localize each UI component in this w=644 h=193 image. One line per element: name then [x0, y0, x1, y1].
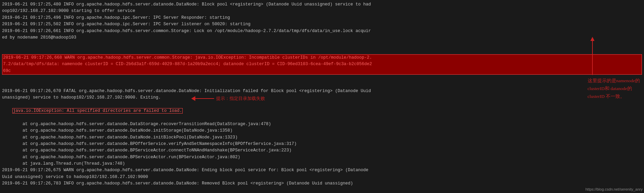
- log-line-13: at org.apache.hadoop.hdfs.server.datanod…: [2, 154, 642, 161]
- watermark: https://blog.csdn.net/serenity_anry: [585, 187, 643, 192]
- log-line-3: 2019-06-21 09:17:25,502 INFO org.apache.…: [2, 21, 642, 28]
- log-line-15: 2019-06-21 09:17:26,675 WARN org.apache.…: [2, 167, 642, 180]
- log-line-2: 2019-06-21 09:17:25,496 INFO org.apache.…: [2, 15, 642, 21]
- log-line-14: at java.lang.Thread.run(Thread.java:748): [2, 161, 642, 167]
- log-line-6: 2019-06-21 09:17:26,670 FATAL org.apache…: [2, 88, 642, 101]
- log-line-4: 2019-06-21 09:17:26,661 INFO org.apache.…: [2, 28, 642, 41]
- log-container: 2019-06-21 09:17:25,480 INFO org.apache.…: [0, 0, 644, 189]
- log-line-10: at org.apache.hadoop.hdfs.server.datanod…: [2, 134, 642, 141]
- log-line-5-warn-block: 2019-06-21 09:17:26,668 WARN org.apache.…: [2, 41, 642, 88]
- exception-highlight: java.io.IOException: All specified direc…: [12, 108, 183, 114]
- log-line-16: 2019-06-21 09:17:26,783 INFO org.apache.…: [2, 180, 642, 187]
- log-line-12: at org.apache.hadoop.hdfs.server.datanod…: [2, 147, 642, 154]
- warn-highlight-block: 2019-06-21 09:17:26,668 WARN org.apache.…: [2, 54, 642, 75]
- log-line-1: 2019-06-21 09:17:25,480 INFO org.apache.…: [2, 1, 642, 15]
- log-line-7-exception: java.io.IOException: All specified direc…: [2, 101, 642, 121]
- log-line-11: at org.apache.hadoop.hdfs.server.datanod…: [2, 141, 642, 147]
- log-line-8: at org.apache.hadoop.hdfs.server.datanod…: [2, 121, 642, 128]
- log-line-9: at org.apache.hadoop.hdfs.server.datanod…: [2, 128, 642, 134]
